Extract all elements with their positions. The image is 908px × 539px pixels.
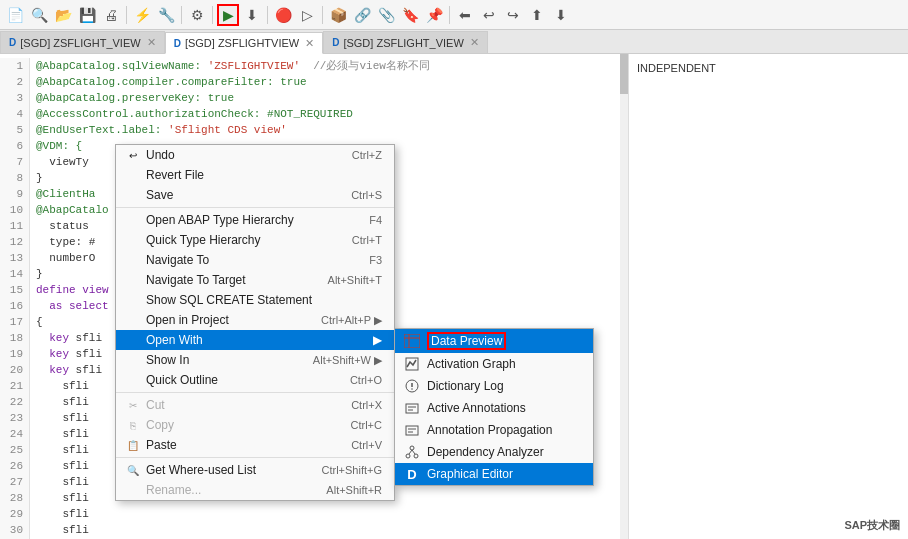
toolbar-btn-2[interactable]: 🔍 bbox=[28, 4, 50, 26]
tab-1-label: [SGD] ZSFLIGHT_VIEW bbox=[20, 37, 140, 49]
toolbar-btn-12[interactable]: ▷ bbox=[296, 4, 318, 26]
active-annotations-icon bbox=[403, 400, 421, 416]
sep4 bbox=[267, 6, 268, 24]
toolbar-btn-18[interactable]: ⬅ bbox=[454, 4, 476, 26]
line-num-12: 12 bbox=[0, 234, 30, 250]
menu-show-sql-label: Show SQL CREATE Statement bbox=[146, 293, 312, 307]
menu-quick-outline-shortcut: Ctrl+O bbox=[330, 374, 382, 386]
toolbar-btn-4[interactable]: 💾 bbox=[76, 4, 98, 26]
submenu-data-preview-label: Data Preview bbox=[427, 332, 506, 350]
svg-point-6 bbox=[411, 388, 413, 390]
toolbar-btn-1[interactable]: 📄 bbox=[4, 4, 26, 26]
toolbar-btn-16[interactable]: 🔖 bbox=[399, 4, 421, 26]
line-content-7: viewTy bbox=[30, 154, 89, 170]
submenu-dictionary-log[interactable]: Dictionary Log bbox=[395, 375, 593, 397]
toolbar-btn-7[interactable]: 🔧 bbox=[155, 4, 177, 26]
tab-1[interactable]: D [SGD] ZSFLIGHT_VIEW ✕ bbox=[0, 31, 165, 53]
tab-2-label: [SGD] ZSFLIGHTVIEW bbox=[185, 37, 299, 49]
line-content-5: @EndUserText.label: 'Sflight CDS view' bbox=[30, 122, 287, 138]
menu-open-abap[interactable]: Open ABAP Type Hierarchy F4 bbox=[116, 210, 394, 230]
toolbar-btn-3[interactable]: 📂 bbox=[52, 4, 74, 26]
scroll-thumb[interactable] bbox=[620, 54, 628, 94]
menu-rename: Rename... Alt+Shift+R bbox=[116, 480, 394, 500]
open-with-arrow-icon: ▶ bbox=[353, 333, 382, 347]
tab-3-close[interactable]: ✕ bbox=[470, 36, 479, 49]
menu-show-sql[interactable]: Show SQL CREATE Statement bbox=[116, 290, 394, 310]
toolbar-btn-14[interactable]: 🔗 bbox=[351, 4, 373, 26]
menu-quick-type-label: Quick Type Hierarchy bbox=[146, 233, 261, 247]
tab-2[interactable]: D [SGD] ZSFLIGHTVIEW ✕ bbox=[165, 32, 324, 54]
submenu-data-preview[interactable]: Data Preview bbox=[395, 329, 593, 353]
menu-revert[interactable]: Revert File bbox=[116, 165, 394, 185]
svg-line-16 bbox=[409, 450, 412, 454]
submenu-active-annotations[interactable]: Active Annotations bbox=[395, 397, 593, 419]
toolbar-btn-15[interactable]: 📎 bbox=[375, 4, 397, 26]
menu-open-project[interactable]: Open in Project Ctrl+Alt+P ▶ bbox=[116, 310, 394, 330]
sep5 bbox=[322, 6, 323, 24]
submenu-graphical-editor-label: Graphical Editor bbox=[427, 467, 513, 481]
line-content-4: @AccessControl.authorizationCheck: #NOT_… bbox=[30, 106, 353, 122]
toolbar-btn-5[interactable]: 🖨 bbox=[100, 4, 122, 26]
sep1 bbox=[126, 6, 127, 24]
menu-paste[interactable]: 📋 Paste Ctrl+V bbox=[116, 435, 394, 455]
menu-navigate-target[interactable]: Navigate To Target Alt+Shift+T bbox=[116, 270, 394, 290]
line-content-21: sfli bbox=[30, 378, 89, 394]
line-num-6: 6 bbox=[0, 138, 30, 154]
line-content-28: sfli bbox=[30, 490, 89, 506]
watermark: SAP技术圈 bbox=[840, 516, 904, 535]
submenu-annotation-propagation[interactable]: Annotation Propagation bbox=[395, 419, 593, 441]
tab-3[interactable]: D [SGD] ZSFLIGHT_VIEW ✕ bbox=[323, 31, 488, 53]
line-2: 2 @AbapCatalog.compiler.compareFilter: t… bbox=[0, 74, 628, 90]
tab-1-close[interactable]: ✕ bbox=[147, 36, 156, 49]
tab-2-close[interactable]: ✕ bbox=[305, 37, 314, 50]
menu-undo[interactable]: ↩ Undo Ctrl+Z bbox=[116, 145, 394, 165]
toolbar-btn-21[interactable]: ⬆ bbox=[526, 4, 548, 26]
scrollbar[interactable] bbox=[620, 54, 628, 539]
tab-2-icon: D bbox=[174, 38, 181, 49]
line-num-24: 24 bbox=[0, 426, 30, 442]
line-num-22: 22 bbox=[0, 394, 30, 410]
menu-rename-shortcut: Alt+Shift+R bbox=[306, 484, 382, 496]
sep-1 bbox=[116, 207, 394, 208]
toolbar-btn-17[interactable]: 📌 bbox=[423, 4, 445, 26]
menu-quick-outline[interactable]: Quick Outline Ctrl+O bbox=[116, 370, 394, 390]
menu-get-where-used-label: Get Where-used List bbox=[146, 463, 256, 477]
toolbar-btn-11[interactable]: 🔴 bbox=[272, 4, 294, 26]
line-1: 1 @AbapCatalog.sqlViewName: 'ZSFLIGHTVIE… bbox=[0, 58, 628, 74]
menu-show-in[interactable]: Show In Alt+Shift+W ▶ bbox=[116, 350, 394, 370]
independent-label: INDEPENDENT bbox=[637, 62, 716, 74]
line-content-27: sfli bbox=[30, 474, 89, 490]
toolbar-btn-10[interactable]: ⬇ bbox=[241, 4, 263, 26]
menu-quick-type[interactable]: Quick Type Hierarchy Ctrl+T bbox=[116, 230, 394, 250]
svg-rect-10 bbox=[406, 426, 418, 435]
line-num-9: 9 bbox=[0, 186, 30, 202]
line-content-16: as select bbox=[30, 298, 109, 314]
toolbar-btn-19[interactable]: ↩ bbox=[478, 4, 500, 26]
tab-1-icon: D bbox=[9, 37, 16, 48]
line-content-22: sfli bbox=[30, 394, 89, 410]
menu-open-with[interactable]: Open With ▶ Data Preview Activation Grap… bbox=[116, 330, 394, 350]
menu-cut-label: Cut bbox=[146, 398, 165, 412]
menu-navigate[interactable]: Navigate To F3 bbox=[116, 250, 394, 270]
toolbar-btn-6[interactable]: ⚡ bbox=[131, 4, 153, 26]
line-content-30: sfli bbox=[30, 522, 89, 538]
menu-open-abap-shortcut: F4 bbox=[349, 214, 382, 226]
submenu-dependency-analyzer[interactable]: Dependency Analyzer bbox=[395, 441, 593, 463]
menu-paste-shortcut: Ctrl+V bbox=[331, 439, 382, 451]
toolbar-btn-22[interactable]: ⬇ bbox=[550, 4, 572, 26]
run-button[interactable]: ▶ bbox=[217, 4, 239, 26]
line-num-8: 8 bbox=[0, 170, 30, 186]
menu-get-where-used[interactable]: 🔍 Get Where-used List Ctrl+Shift+G bbox=[116, 460, 394, 480]
submenu-activation-graph[interactable]: Activation Graph bbox=[395, 353, 593, 375]
menu-navigate-label: Navigate To bbox=[146, 253, 209, 267]
toolbar-btn-20[interactable]: ↪ bbox=[502, 4, 524, 26]
line-num-10: 10 bbox=[0, 202, 30, 218]
line-num-5: 5 bbox=[0, 122, 30, 138]
line-content-23: sfli bbox=[30, 410, 89, 426]
toolbar-btn-8[interactable]: ⚙ bbox=[186, 4, 208, 26]
submenu-graphical-editor[interactable]: D Graphical Editor bbox=[395, 463, 593, 485]
line-num-13: 13 bbox=[0, 250, 30, 266]
toolbar-btn-13[interactable]: 📦 bbox=[327, 4, 349, 26]
menu-save[interactable]: Save Ctrl+S bbox=[116, 185, 394, 205]
menu-quick-outline-label: Quick Outline bbox=[146, 373, 218, 387]
